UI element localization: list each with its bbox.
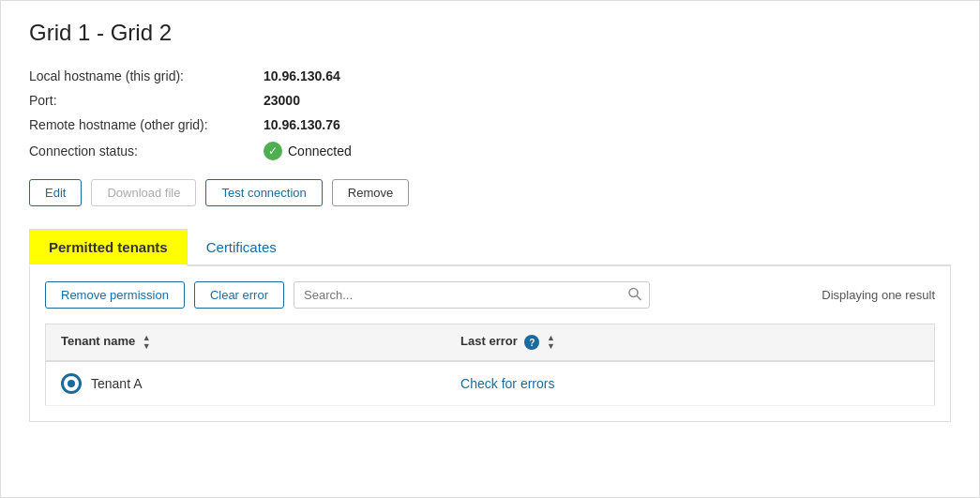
clear-error-button[interactable]: Clear error [194,281,284,309]
col-header-last-error: Last error ? ▲ ▼ [445,324,934,362]
port-label: Port: [29,93,264,108]
connection-status-row: Connection status: ✓ Connected [29,142,951,160]
tenant-name-value: Tenant A [91,376,143,391]
search-input[interactable] [294,281,650,309]
main-container: Grid 1 - Grid 2 Local hostname (this gri… [0,0,980,498]
tabs: Permitted tenants Certificates [29,229,951,266]
remote-hostname-row: Remote hostname (other grid): 10.96.130.… [29,117,951,132]
local-hostname-row: Local hostname (this grid): 10.96.130.64 [29,68,951,83]
toolbar: Remove permission Clear error Displaying… [45,281,935,309]
local-hostname-label: Local hostname (this grid): [29,68,264,83]
connection-status-label: Connection status: [29,143,264,158]
connected-text: Connected [288,143,352,158]
last-error-help-icon[interactable]: ? [524,335,539,350]
remote-hostname-value: 10.96.130.76 [264,117,340,132]
col-header-tenant-name: Tenant name ▲ ▼ [46,324,446,362]
download-file-button[interactable]: Download file [91,179,196,206]
data-table: Tenant name ▲ ▼ Last error ? ▲ ▼ [45,324,935,406]
remote-hostname-label: Remote hostname (other grid): [29,117,264,132]
action-buttons: Edit Download file Test connection Remov… [29,179,951,206]
tab-certificates[interactable]: Certificates [188,229,295,264]
remove-button[interactable]: Remove [332,179,409,206]
tab-content-permitted-tenants: Remove permission Clear error Displaying… [29,266,951,422]
page-title: Grid 1 - Grid 2 [29,20,951,46]
connection-status-value: ✓ Connected [264,142,352,160]
tenant-name-cell: Tenant A [46,361,446,406]
test-connection-button[interactable]: Test connection [205,179,322,206]
info-table: Local hostname (this grid): 10.96.130.64… [29,68,951,160]
tenant-name-sort-icon[interactable]: ▲ ▼ [143,334,151,351]
table-row: Tenant A Check for errors [46,361,935,406]
check-for-errors-link[interactable]: Check for errors [460,376,554,391]
svg-line-1 [637,295,641,299]
local-hostname-value: 10.96.130.64 [264,68,340,83]
edit-button[interactable]: Edit [29,179,82,206]
table-header-row: Tenant name ▲ ▼ Last error ? ▲ ▼ [46,324,935,362]
search-icon [627,286,642,304]
port-row: Port: 23000 [29,93,951,108]
last-error-sort-icon[interactable]: ▲ ▼ [547,334,555,351]
display-count: Displaying one result [822,288,935,302]
search-box [294,281,650,309]
port-value: 23000 [264,93,300,108]
remove-permission-button[interactable]: Remove permission [45,281,185,309]
last-error-cell: Check for errors [445,361,934,406]
tenant-radio-icon[interactable] [61,373,82,394]
tab-permitted-tenants[interactable]: Permitted tenants [29,229,188,266]
connected-check-icon: ✓ [264,142,282,160]
